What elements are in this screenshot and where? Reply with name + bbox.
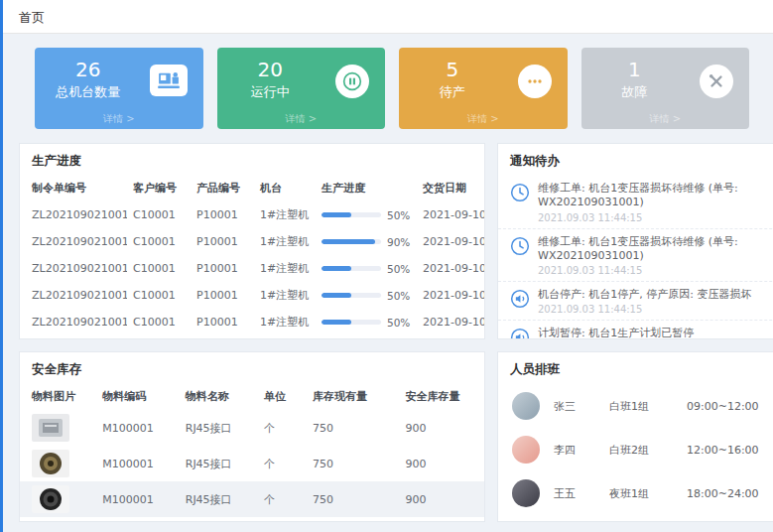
col-header: 机台 [254,176,316,201]
progress-bar [322,320,381,325]
stat-card-text: 20 运行中 [217,59,324,101]
detail-link[interactable]: 详情 > [35,112,203,126]
person-time: 09:00~12:00 [687,400,759,413]
stat-value: 20 [217,59,324,80]
progress-cell: 50% [316,201,417,228]
person-name: 张三 [554,399,609,414]
material-code: M100001 [96,446,179,481]
material-image-cell [20,446,96,481]
product-no: P10001 [191,255,254,282]
progress-label: 50% [387,317,410,329]
content: 26 总机台数量 详情 > 20 运行中 [3,34,773,522]
speaker-photo [32,485,69,513]
notice-item[interactable]: 维修工单: 机台1变压器损坏待维修 (单号: WX202109031001) 2… [498,229,773,283]
progress-fill [322,293,351,298]
stat-card-fault[interactable]: 1 故障 详情 > [581,48,750,129]
production-table: 制令单编号 客户编号 产品编号 机台 生产进度 交货日期 ZL202109021… [20,176,485,335]
person-name: 王五 [554,486,609,501]
notice-item[interactable]: 机台停产: 机台1停产, 停产原因: 变压器损坏 2021.09.03 11:4… [498,282,773,321]
stat-cards: 26 总机台数量 详情 > 20 运行中 [35,48,749,129]
stat-card-text: 26 总机台数量 [35,59,142,101]
material-code: M100001 [96,410,179,446]
notices-panel: 通知待办 维修工单: 机台1变压器损坏待维修 (单号: WX2021090310… [497,143,773,339]
safety-stock: 900 [400,410,485,446]
right-column: 通知待办 维修工单: 机台1变压器损坏待维修 (单号: WX2021090310… [497,143,773,522]
customer-no: C10001 [127,201,191,228]
person-time: 12:00~16:00 [687,444,759,457]
avatar [512,392,540,420]
dashboard-page: 首页 26 总机台数量 详情 > [0,0,773,532]
stat-card-running[interactable]: 20 运行中 详情 > [217,48,386,129]
rj45-connector-photo [32,414,69,442]
speaker-icon [510,328,530,339]
table-row: ZL202109021001 C10001 P10001 1#注塑机 50% 2… [20,282,485,309]
table-row: M100001 RJ45接口 个 750 900 [20,481,484,517]
notice-body: 计划暂停: 机台1生产计划已暂停 2021.09.03 11:44:15 [538,327,694,339]
table-row: ZL202109021001 C10001 P10001 1#注塑机 50% 2… [20,201,485,228]
person-shift: 白班1组 [609,399,687,414]
unit: 个 [258,446,307,481]
table-row: M100001 RJ45接口 个 750 900 [20,410,484,446]
delivery-date: 2021-09-10 [417,255,485,282]
order-no: ZL202109021001 [20,228,127,255]
progress-cell: 50% [316,282,417,309]
progress-label: 50% [387,290,410,302]
progress-fill [322,239,375,244]
production-progress-panel: 生产进度 制令单编号 客户编号 产品编号 机台 生产进度 交货日期 [19,143,485,339]
speaker-icon [510,289,530,309]
notice-body: 维修工单: 机台1变压器损坏待维修 (单号: WX202109031001) 2… [538,182,773,223]
stat-card-total-machines[interactable]: 26 总机台数量 详情 > [35,48,203,129]
detail-link[interactable]: 详情 > [399,112,568,126]
product-no: P10001 [191,201,254,228]
progress-label: 50% [387,263,410,275]
table-row: ZL202109021001 C10001 P10001 1#注塑机 50% 2… [20,255,485,282]
topbar: 首页 [3,0,773,34]
progress-label: 50% [387,209,410,221]
machine: 1#注塑机 [254,255,316,282]
stat-value: 26 [35,59,142,80]
safety-stock: 900 [400,481,485,517]
delivery-date: 2021-09-10 [417,282,485,309]
detail-link[interactable]: 详情 > [581,112,750,126]
col-header: 制令单编号 [20,176,127,201]
notice-item[interactable]: 计划暂停: 机台1生产计划已暂停 2021.09.03 11:44:15 [498,321,773,339]
notice-time: 2021.09.03 11:44:15 [538,265,773,276]
material-name: RJ45接口 [180,481,258,517]
avatar [512,436,540,464]
notice-item[interactable]: 维修工单: 机台1变压器损坏待维修 (单号: WX202109031001) 2… [498,176,773,229]
col-header: 库存现有量 [307,384,400,410]
progress-bar [322,239,381,244]
customer-no: C10001 [127,309,191,335]
main-grid: 生产进度 制令单编号 客户编号 产品编号 机台 生产进度 交货日期 [19,143,759,522]
stat-card-pending[interactable]: 5 待产 详情 > [399,48,568,129]
fault-icon [700,65,733,98]
person-shift: 白班2组 [609,443,687,458]
panel-title: 人员排班 [498,352,773,384]
col-header: 交货日期 [417,176,485,201]
progress-bar [322,293,381,298]
col-header: 安全库存量 [400,384,485,410]
machine: 1#注塑机 [254,228,316,255]
customer-no: C10001 [127,255,191,282]
table-header-row: 物料图片 物料编码 物料名称 单位 库存现有量 安全库存量 [20,384,484,410]
safety-stock-panel: 安全库存 物料图片 物料编码 物料名称 单位 库存现有量 安全库存量 [19,351,485,522]
progress-bar [322,266,381,271]
left-column: 生产进度 制令单编号 客户编号 产品编号 机台 生产进度 交货日期 [19,143,485,522]
col-header: 物料图片 [20,384,96,410]
notice-time: 2021.09.03 11:44:15 [538,304,751,315]
current-stock: 750 [307,410,400,446]
order-no: ZL202109021001 [20,309,127,335]
schedule-row: 李四 白班2组 12:00~16:00 [498,428,773,471]
pending-icon [518,65,552,98]
person-time: 18:00~24:00 [687,487,759,500]
person-name: 李四 [554,443,609,458]
delivery-date: 2021-09-10 [417,309,485,335]
delivery-date: 2021-09-10 [417,201,485,228]
product-no: P10001 [191,228,254,255]
unit: 个 [258,410,307,446]
panel-title: 生产进度 [20,144,484,176]
panel-title: 通知待办 [498,144,773,176]
detail-link[interactable]: 详情 > [217,112,386,126]
progress-fill [322,320,351,325]
material-name: RJ45接口 [180,446,258,481]
